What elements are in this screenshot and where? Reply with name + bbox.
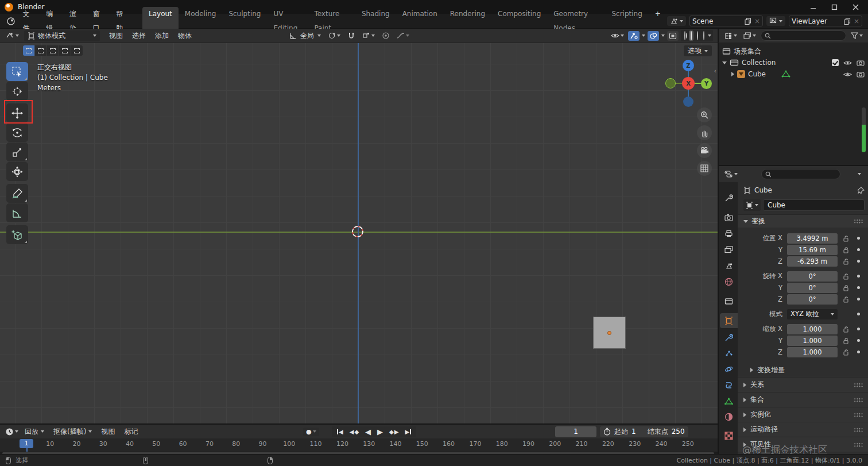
end-frame-field[interactable]: 250 <box>672 428 685 436</box>
panel-grip-icon[interactable] <box>854 219 863 224</box>
menu-object[interactable]: 物体 <box>173 29 196 43</box>
current-frame-field[interactable]: 1 <box>555 426 596 437</box>
scale-tool[interactable] <box>6 143 28 161</box>
modifier-properties-tab[interactable] <box>720 330 738 345</box>
viewlayer-properties-tab[interactable] <box>720 242 738 257</box>
instancing-panel[interactable]: 实例化 <box>738 407 868 422</box>
particle-properties-tab[interactable] <box>720 345 738 360</box>
constraint-properties-tab[interactable] <box>720 378 738 392</box>
select-intersect-button[interactable] <box>71 45 83 56</box>
view-object-types-dropdown[interactable] <box>609 31 626 40</box>
pan-hand-button[interactable] <box>697 125 712 140</box>
scale-z-field[interactable]: 1.000 <box>787 347 838 357</box>
select-box-tool[interactable] <box>6 62 28 81</box>
render-properties-tab[interactable] <box>720 210 738 225</box>
location-x-field[interactable]: 3.4992 m <box>787 233 838 244</box>
animate-dot[interactable] <box>857 351 860 353</box>
menu-markers[interactable]: 标记 <box>119 425 142 439</box>
outliner-scrollbar[interactable] <box>862 107 866 152</box>
delta-transform-subpanel[interactable]: 变换增量 <box>738 363 868 377</box>
timeline-ruler[interactable]: 1 10203040506070809010011012013014015016… <box>0 438 718 452</box>
menu-view-timeline[interactable]: 视图 <box>96 425 119 439</box>
mode-dropdown[interactable]: 物体模式 <box>24 30 100 41</box>
relations-panel[interactable]: 关系 <box>738 377 868 392</box>
gizmo-y-axis[interactable]: Y <box>701 78 712 89</box>
viewlayer-name-field[interactable]: ViewLayer × <box>789 16 862 26</box>
menu-playback[interactable]: 回放 <box>20 425 49 439</box>
collection-checkbox[interactable] <box>832 59 839 66</box>
shading-wireframe-button[interactable] <box>683 30 687 41</box>
transform-panel-header[interactable]: 变换 <box>738 214 868 228</box>
scene-name-field[interactable]: Scene × <box>689 16 763 26</box>
lock-icon[interactable] <box>843 258 850 265</box>
lock-icon[interactable] <box>843 296 850 303</box>
rotation-y-field[interactable]: 0° <box>787 283 838 293</box>
animate-dot[interactable] <box>857 313 860 315</box>
lock-icon[interactable] <box>843 326 850 333</box>
collections-panel[interactable]: 集合 <box>738 392 868 407</box>
viewlayer-browse-button[interactable] <box>766 16 785 26</box>
close-icon[interactable] <box>852 4 859 10</box>
lock-icon[interactable] <box>843 273 850 280</box>
tool-properties-tab[interactable] <box>720 190 738 205</box>
animate-dot[interactable] <box>857 275 860 278</box>
scale-x-field[interactable]: 1.000 <box>787 324 838 334</box>
menu-keying[interactable]: 抠像(插帧) <box>49 425 96 439</box>
menu-view[interactable]: 视图 <box>104 29 127 43</box>
lock-icon[interactable] <box>843 337 850 344</box>
add-cube-tool[interactable] <box>6 225 28 244</box>
new-viewlayer-icon[interactable] <box>844 18 851 25</box>
prev-keyframe-button[interactable]: ◀◆ <box>347 428 362 436</box>
viewport-3d[interactable]: 正交右视图 (1) Collection | Cube Meters 选项 <box>0 43 718 423</box>
properties-editor-type-dropdown[interactable] <box>722 169 739 179</box>
gizmo-z-axis[interactable]: Z <box>683 60 694 71</box>
menu-select[interactable]: 选择 <box>127 29 150 43</box>
shading-rendered-button[interactable] <box>702 30 706 41</box>
cube-row[interactable]: Cube <box>719 68 868 80</box>
jump-to-end-button[interactable]: ▶ <box>402 428 414 436</box>
transform-orientation-dropdown[interactable]: 全局 <box>287 30 323 42</box>
outliner-search[interactable] <box>761 30 846 41</box>
properties-options-dropdown[interactable] <box>858 173 861 175</box>
snap-toggle[interactable] <box>346 30 357 41</box>
location-z-field[interactable]: -6.293 m <box>787 256 838 267</box>
expand-collection-icon[interactable] <box>722 61 727 64</box>
pin-icon[interactable] <box>858 187 865 194</box>
annotate-tool[interactable] <box>6 184 28 203</box>
animate-dot[interactable] <box>857 260 860 263</box>
scene-properties-tab[interactable] <box>720 258 738 273</box>
object-name-field[interactable]: Cube <box>763 199 865 211</box>
playhead[interactable]: 1 <box>20 439 33 448</box>
measure-tool[interactable] <box>6 203 28 222</box>
show-gizmo-toggle[interactable] <box>628 31 640 41</box>
minimize-icon[interactable] <box>810 4 816 10</box>
play-reverse-button[interactable]: ◀ <box>362 427 374 437</box>
auto-key-record-button[interactable]: ● <box>306 428 312 436</box>
texture-properties-tab[interactable] <box>720 428 738 443</box>
outliner-search-input[interactable] <box>773 32 842 39</box>
lock-icon[interactable] <box>843 349 850 356</box>
outliner-editor-type-dropdown[interactable] <box>722 31 739 41</box>
rotation-x-field[interactable]: 0° <box>787 271 838 282</box>
animate-dot[interactable] <box>857 237 860 240</box>
next-keyframe-button[interactable]: ◆▶ <box>386 428 401 436</box>
maximize-icon[interactable] <box>831 4 838 10</box>
transform-tool[interactable] <box>6 162 28 181</box>
sidebar-collapse-chevron[interactable]: ‹ <box>714 67 716 75</box>
object-properties-tab[interactable] <box>720 313 738 328</box>
expand-cube-icon[interactable] <box>731 72 734 76</box>
material-properties-tab[interactable] <box>720 409 738 424</box>
cube-camera-icon[interactable] <box>857 71 865 78</box>
select-invert-button[interactable] <box>59 45 71 56</box>
camera-view-button[interactable] <box>697 143 712 158</box>
properties-search[interactable] <box>761 169 840 179</box>
location-y-field[interactable]: 15.69 m <box>787 245 838 255</box>
shading-material-button[interactable] <box>695 30 700 41</box>
menu-add[interactable]: 添加 <box>150 29 173 43</box>
scene-browse-button[interactable] <box>667 16 686 26</box>
select-extend-button[interactable] <box>35 45 46 56</box>
motion-paths-panel[interactable]: 运动路径 <box>738 422 868 437</box>
collection-properties-tab[interactable] <box>720 294 738 309</box>
select-set-button[interactable] <box>23 45 34 56</box>
new-scene-icon[interactable] <box>745 18 751 25</box>
